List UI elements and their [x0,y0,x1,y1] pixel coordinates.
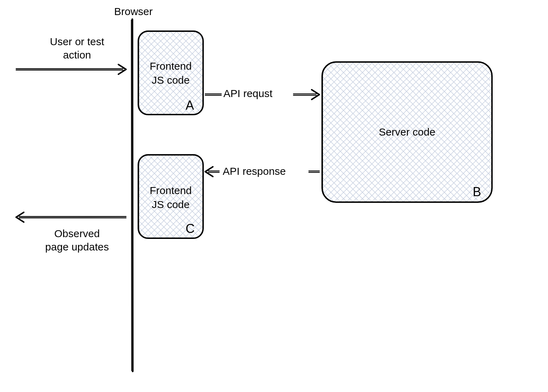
api-request-label: API requst [223,87,272,100]
server-corner-letter: B [473,184,481,200]
observed-updates-text: Observed page updates [45,228,109,253]
browser-title: Browser [114,5,153,18]
svg-line-1 [131,20,132,371]
svg-line-12 [16,69,123,70]
server-text: Server code [322,125,492,139]
arrow-observed-updates [16,212,126,222]
frontend-a-corner-letter: A [186,97,194,113]
frontend-c-corner-letter: C [186,221,195,236]
observed-updates-label: Observed page updates [35,227,119,253]
user-action-label: User or test action [35,35,119,61]
frontend-a-line1: Frontend [138,60,203,73]
svg-line-17 [19,217,126,217]
frontend-c-line2: JS code [138,198,203,211]
frontend-a-line2: JS code [138,74,203,87]
browser-divider [132,19,133,371]
user-action-line1: User or test action [50,36,104,61]
api-response-label: API response [223,165,286,178]
arrow-user-action [16,64,126,74]
frontend-c-line1: Frontend [138,184,203,197]
